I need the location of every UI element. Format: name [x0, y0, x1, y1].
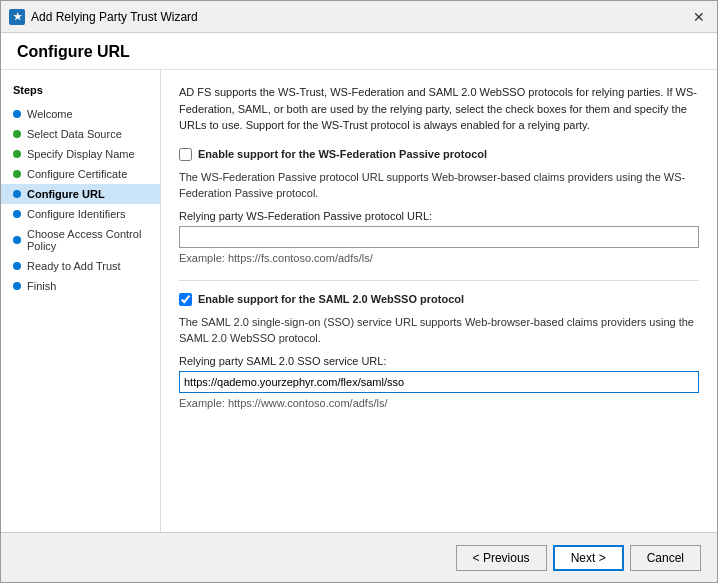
sidebar-label-welcome: Welcome [27, 108, 73, 120]
saml-field-label: Relying party SAML 2.0 SSO service URL: [179, 355, 699, 367]
saml-checkbox-row: Enable support for the SAML 2.0 WebSSO p… [179, 293, 699, 306]
ws-federation-checkbox-label[interactable]: Enable support for the WS-Federation Pas… [198, 148, 487, 160]
saml-url-input[interactable] [179, 371, 699, 393]
ws-federation-url-input[interactable] [179, 226, 699, 248]
sidebar-item-specify-display-name[interactable]: Specify Display Name [1, 144, 160, 164]
sidebar-label-certificate: Configure Certificate [27, 168, 127, 180]
ws-federation-checkbox-row: Enable support for the WS-Federation Pas… [179, 148, 699, 161]
sidebar-item-select-data-source[interactable]: Select Data Source [1, 124, 160, 144]
ws-federation-section: Enable support for the WS-Federation Pas… [179, 148, 699, 264]
saml-checkbox-label[interactable]: Enable support for the SAML 2.0 WebSSO p… [198, 293, 464, 305]
sidebar-dot-welcome [13, 110, 21, 118]
description-text: AD FS supports the WS-Trust, WS-Federati… [179, 84, 699, 134]
saml-section: Enable support for the SAML 2.0 WebSSO p… [179, 293, 699, 409]
cancel-button[interactable]: Cancel [630, 545, 701, 571]
sidebar: Steps Welcome Select Data Source Specify… [1, 70, 161, 532]
sidebar-item-configure-certificate[interactable]: Configure Certificate [1, 164, 160, 184]
sidebar-heading: Steps [1, 80, 160, 104]
sidebar-dot-url [13, 190, 21, 198]
sidebar-dot-access [13, 236, 21, 244]
previous-button[interactable]: < Previous [456, 545, 547, 571]
saml-sub-text: The SAML 2.0 single-sign-on (SSO) servic… [179, 314, 699, 347]
sidebar-dot-identifiers [13, 210, 21, 218]
sidebar-dot-select [13, 130, 21, 138]
sidebar-item-access-control[interactable]: Choose Access Control Policy [1, 224, 160, 256]
sidebar-label-ready: Ready to Add Trust [27, 260, 121, 272]
content-area: Steps Welcome Select Data Source Specify… [1, 70, 717, 532]
ws-federation-checkbox[interactable] [179, 148, 192, 161]
title-bar-text: Add Relying Party Trust Wizard [31, 10, 198, 24]
sidebar-dot-finish [13, 282, 21, 290]
sidebar-label-finish: Finish [27, 280, 56, 292]
sidebar-dot-display-name [13, 150, 21, 158]
sidebar-label-access: Choose Access Control Policy [27, 228, 148, 252]
wizard-icon: ★ [9, 9, 25, 25]
sidebar-dot-certificate [13, 170, 21, 178]
sidebar-label-select: Select Data Source [27, 128, 122, 140]
sidebar-item-configure-url[interactable]: Configure URL [1, 184, 160, 204]
footer: < Previous Next > Cancel [1, 532, 717, 582]
sidebar-item-finish[interactable]: Finish [1, 276, 160, 296]
saml-checkbox[interactable] [179, 293, 192, 306]
sidebar-item-welcome[interactable]: Welcome [1, 104, 160, 124]
ws-federation-sub-text: The WS-Federation Passive protocol URL s… [179, 169, 699, 202]
wizard-window: ★ Add Relying Party Trust Wizard ✕ Confi… [0, 0, 718, 583]
section-divider [179, 280, 699, 281]
page-title: Configure URL [1, 33, 717, 70]
saml-example: Example: https://www.contoso.com/adfs/ls… [179, 397, 699, 409]
next-button[interactable]: Next > [553, 545, 624, 571]
ws-federation-example: Example: https://fs.contoso.com/adfs/ls/ [179, 252, 699, 264]
title-bar-left: ★ Add Relying Party Trust Wizard [9, 9, 198, 25]
ws-federation-field-label: Relying party WS-Federation Passive prot… [179, 210, 699, 222]
sidebar-label-url: Configure URL [27, 188, 105, 200]
title-bar: ★ Add Relying Party Trust Wizard ✕ [1, 1, 717, 33]
main-panel: AD FS supports the WS-Trust, WS-Federati… [161, 70, 717, 532]
sidebar-label-display-name: Specify Display Name [27, 148, 135, 160]
close-button[interactable]: ✕ [689, 7, 709, 27]
sidebar-dot-ready [13, 262, 21, 270]
sidebar-label-identifiers: Configure Identifiers [27, 208, 125, 220]
sidebar-item-ready-to-add[interactable]: Ready to Add Trust [1, 256, 160, 276]
sidebar-item-configure-identifiers[interactable]: Configure Identifiers [1, 204, 160, 224]
